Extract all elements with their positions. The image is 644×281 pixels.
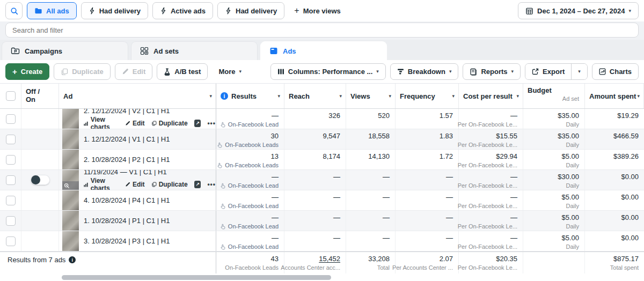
result-type-link[interactable]: On-Facebook Lead xyxy=(220,182,279,189)
amount-spent-cell: $19.29 xyxy=(585,109,644,129)
tab-ad-sets[interactable]: Ad sets xyxy=(131,41,258,60)
column-header-reach[interactable]: Reach▾ xyxy=(284,84,346,108)
ad-name-link[interactable]: 1. 10/28/2024 | P1 | C1 | H1 xyxy=(84,217,170,225)
breakdown-button[interactable]: Breakdown ▾ xyxy=(390,63,459,80)
ad-text: 1. 12/12/2024 | V1 | C1 | H1 View charts… xyxy=(84,135,170,143)
row-checkbox[interactable] xyxy=(6,175,16,185)
ad-thumbnail[interactable] xyxy=(62,170,79,190)
results-cell: — On-Facebook Lead xyxy=(216,211,284,231)
ad-thumbnail[interactable] xyxy=(62,231,79,251)
row-checkbox[interactable] xyxy=(6,216,16,226)
column-header-ad[interactable]: Ad▾ xyxy=(59,84,216,108)
export-button[interactable]: Export xyxy=(525,64,571,79)
result-type-link[interactable]: On-Facebook Lead xyxy=(220,223,279,230)
column-header-results[interactable]: iResults▾ xyxy=(216,84,284,108)
edit-action[interactable]: Edit xyxy=(125,181,145,188)
ad-name-link[interactable]: 2. 12/12/2024 | V2 | C1 | H1 xyxy=(84,109,216,115)
ad-name-link[interactable]: 11/19/2024 — V1 | C1 | H1 xyxy=(84,170,216,176)
row-checkbox[interactable] xyxy=(6,236,16,246)
breakdown-icon xyxy=(397,68,404,75)
column-header-amount-spent[interactable]: Amount spent▾ xyxy=(585,84,644,108)
columns-button[interactable]: Columns: Performance ... ▾ xyxy=(270,63,386,80)
select-all-checkbox-cell xyxy=(0,84,21,108)
ad-name-link[interactable]: 4. 10/28/2024 | P4 | C1 | H1 xyxy=(84,196,170,204)
view-tab-had-delivery-2[interactable]: Had delivery xyxy=(217,2,284,19)
select-all-checkbox[interactable] xyxy=(6,91,16,101)
view-tab-all-ads[interactable]: All ads xyxy=(27,2,77,19)
pencil-icon xyxy=(125,182,130,187)
footer-summary-label: Results from 7 ads i xyxy=(0,252,216,273)
duplicate-action[interactable]: Duplicate xyxy=(151,120,188,127)
ad-thumbnail[interactable] xyxy=(62,190,79,210)
view-charts-action[interactable]: View charts xyxy=(84,177,119,190)
ad-thumbnail[interactable] xyxy=(62,129,79,149)
cost-per-result-cell: — Per On-Facebook Le... xyxy=(459,170,523,190)
more-options-icon[interactable]: ••• xyxy=(207,181,216,188)
reports-button[interactable]: Reports ▾ xyxy=(463,63,521,80)
result-type-link[interactable]: On-Facebook Lead xyxy=(220,243,279,250)
off-on-toggle[interactable] xyxy=(31,175,50,185)
row-checkbox[interactable] xyxy=(6,196,16,205)
column-header-frequency[interactable]: Frequency▾ xyxy=(396,84,459,108)
horizontal-scrollbar-thumb[interactable] xyxy=(62,275,331,280)
lead-hand-icon xyxy=(220,244,226,250)
edit-action[interactable]: Edit xyxy=(125,120,145,127)
ad-thumbnail[interactable] xyxy=(62,109,79,129)
results-cell: — On-Facebook Lead xyxy=(216,190,284,210)
horizontal-scrollbar xyxy=(0,273,644,281)
ad-name-link[interactable]: 3. 10/28/2024 | P3 | C1 | H1 xyxy=(84,237,170,245)
result-type-link[interactable]: On-Facebook Lead xyxy=(220,203,279,209)
charts-icon xyxy=(599,68,606,75)
more-views-button[interactable]: + More views xyxy=(289,2,346,19)
column-header-budget[interactable]: BudgetAd set xyxy=(523,84,585,108)
info-icon[interactable]: i xyxy=(221,92,228,100)
result-type-link[interactable]: On-Facebook Leads xyxy=(217,142,279,148)
info-icon[interactable]: i xyxy=(69,256,76,263)
row-toggle-cell xyxy=(21,129,59,149)
edit-button[interactable]: Edit xyxy=(115,63,153,80)
footer-amount-spent-cell: $875.17 Total spent xyxy=(585,252,644,273)
search-filter-bar[interactable] xyxy=(5,23,639,38)
table-header: Off / On Ad▾ iResults▾ Reach▾ Views▾ Fre… xyxy=(0,83,644,109)
charts-button[interactable]: Charts xyxy=(592,63,639,80)
duplicate-action[interactable]: Duplicate xyxy=(151,181,188,188)
export-options-button[interactable]: ▾ xyxy=(572,64,587,79)
reach-total-link[interactable]: 15,452 xyxy=(319,255,340,263)
frequency-cell: 1.57 xyxy=(396,109,459,129)
zoom-overlay-icon[interactable] xyxy=(62,181,79,190)
create-button[interactable]: + Create xyxy=(5,63,49,80)
performance-trend-icon[interactable]: ↗ xyxy=(194,181,201,188)
result-value: 30 xyxy=(271,132,279,140)
results-cell: 30 On-Facebook Leads xyxy=(216,129,284,149)
tab-ads[interactable]: Ads xyxy=(260,41,387,60)
search-views-button[interactable] xyxy=(5,2,23,19)
duplicate-button[interactable]: Duplicate xyxy=(54,63,111,80)
view-charts-action[interactable]: View charts xyxy=(84,116,119,129)
chevron-down-icon: ▾ xyxy=(452,94,455,99)
more-button[interactable]: More ▾ xyxy=(212,63,248,80)
ad-thumbnail[interactable] xyxy=(62,150,79,169)
row-checkbox[interactable] xyxy=(6,135,16,144)
search-input[interactable] xyxy=(12,26,632,34)
view-tab-active-ads[interactable]: Active ads xyxy=(152,2,213,19)
ad-name-link[interactable]: 1. 12/12/2024 | V1 | C1 | H1 xyxy=(84,135,170,143)
ad-thumbnail[interactable] xyxy=(62,211,79,231)
column-header-cost-per-result[interactable]: Cost per result▾ xyxy=(459,84,523,108)
tab-campaigns[interactable]: Campaigns xyxy=(2,41,128,60)
row-checkbox[interactable] xyxy=(6,114,16,124)
view-tab-had-delivery-1[interactable]: Had delivery xyxy=(81,2,148,19)
result-type-link[interactable]: On-Facebook Lead xyxy=(220,121,279,128)
performance-trend-icon[interactable]: ↗ xyxy=(194,120,201,127)
table-footer: Results from 7 ads i 43 On-Facebook Lead… xyxy=(0,252,644,273)
row-checkbox[interactable] xyxy=(6,155,16,165)
date-range-picker[interactable]: Dec 1, 2024 – Dec 27, 2024 ▾ xyxy=(518,2,639,19)
result-type-link[interactable]: On-Facebook Leads xyxy=(217,162,279,168)
reach-cell: 326 xyxy=(284,109,346,129)
lightning-icon xyxy=(160,7,167,14)
more-options-icon[interactable]: ••• xyxy=(207,120,216,127)
footer-views-cell: 33,208 Total xyxy=(346,252,396,273)
column-header-views[interactable]: Views▾ xyxy=(346,84,396,108)
ab-test-button[interactable]: A/B test xyxy=(157,63,208,80)
ad-name-link[interactable]: 2. 10/28/2024 | P2 | C1 | H1 xyxy=(84,156,170,164)
lightning-icon xyxy=(225,7,232,14)
